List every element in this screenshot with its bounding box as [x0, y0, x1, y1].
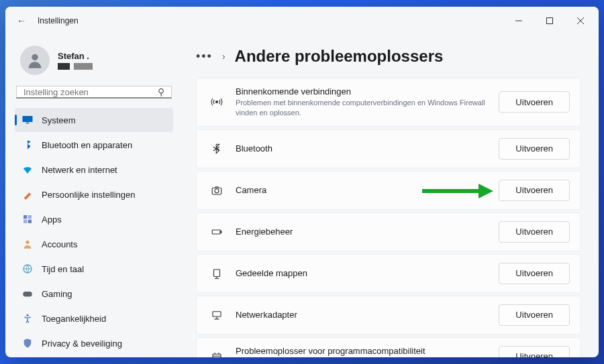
sidebar-item-wifi[interactable]: Netwerk en internet	[15, 158, 173, 182]
row-title: Binnenkomende verbindingen	[236, 86, 499, 97]
sidebar-item-bluetooth[interactable]: Bluetooth en apparaten	[15, 133, 173, 157]
user-profile[interactable]: Stefan .	[15, 42, 173, 86]
svg-point-11	[26, 241, 29, 244]
row-content: Probleemoplosser voor programmacompatibi…	[226, 346, 499, 357]
svg-rect-20	[212, 230, 220, 234]
svg-point-14	[26, 314, 28, 316]
sidebar-item-accessibility[interactable]: Toegankelijkheid	[15, 306, 173, 330]
search-box[interactable]: ⚲	[16, 86, 172, 99]
svg-rect-1	[547, 18, 553, 24]
troubleshooter-row: NetwerkadapterUitvoeren	[196, 296, 581, 335]
connections-icon	[207, 96, 226, 108]
body: Stefan . ⚲ SysteemBluetooth en apparaten…	[5, 35, 599, 357]
sidebar-item-brush[interactable]: Persoonlijke instellingen	[15, 182, 173, 206]
profile-meta	[58, 63, 93, 70]
row-description: Problemen met binnenkomende computerverb…	[236, 98, 499, 118]
row-content: Netwerkadapter	[226, 310, 499, 320]
troubleshooter-row: EnergiebeheerUitvoeren	[196, 213, 581, 251]
row-content: Binnenkomende verbindingenProblemen met …	[226, 86, 499, 118]
troubleshooter-row: Gedeelde mappenUitvoeren	[196, 254, 581, 293]
row-title: Energiebeheer	[236, 227, 499, 237]
compat-icon	[207, 351, 226, 357]
svg-point-15	[216, 101, 218, 103]
profile-info: Stefan .	[58, 51, 93, 70]
svg-rect-6	[26, 123, 30, 124]
svg-rect-5	[23, 116, 33, 122]
run-button[interactable]: Uitvoeren	[499, 304, 570, 326]
sidebar-item-person[interactable]: Accounts	[15, 232, 173, 256]
troubleshooter-row: Probleemoplosser voor programmacompatibi…	[196, 337, 581, 357]
row-title: Gedeelde mappen	[236, 268, 499, 278]
run-button[interactable]: Uitvoeren	[499, 221, 570, 243]
sidebar-item-label: Gaming	[42, 289, 72, 299]
sidebar-item-label: Systeem	[42, 115, 76, 125]
person-icon	[21, 238, 34, 250]
main-content: ••• › Andere probleemoplossers Binnenkom…	[179, 35, 599, 357]
back-button[interactable]: ←	[8, 7, 35, 34]
bluetooth-icon	[21, 139, 34, 151]
sidebar-item-label: Privacy & beveiliging	[42, 339, 122, 349]
window-title: Instellingen	[38, 16, 79, 25]
titlebar: ← Instellingen	[5, 7, 599, 35]
minimize-button[interactable]	[503, 10, 534, 32]
chevron-right-icon: ›	[222, 51, 225, 62]
sidebar-item-label: Accounts	[42, 239, 77, 249]
battery-icon	[207, 226, 226, 238]
shared-icon	[207, 267, 226, 280]
search-input[interactable]	[17, 87, 151, 97]
sidebar-item-globe[interactable]: Tijd en taal	[15, 257, 173, 281]
sidebar-item-monitor[interactable]: Systeem	[15, 108, 173, 132]
row-title: Camera	[236, 185, 499, 195]
row-title: Probleemoplosser voor programmacompatibi…	[236, 346, 499, 356]
sidebar-nav: SysteemBluetooth en apparatenNetwerk en …	[15, 108, 173, 356]
run-button[interactable]: Uitvoeren	[499, 138, 570, 160]
svg-rect-9	[23, 220, 27, 223]
bt-icon	[207, 143, 226, 155]
window-controls	[503, 10, 596, 32]
svg-point-17	[215, 188, 219, 192]
troubleshooter-row: Binnenkomende verbindingenProblemen met …	[196, 78, 581, 127]
row-content: Energiebeheer	[226, 227, 499, 237]
row-content: Gedeelde mappen	[226, 268, 499, 278]
profile-chip	[58, 63, 70, 70]
apps-icon	[21, 213, 34, 225]
svg-point-4	[32, 54, 38, 60]
sidebar-item-label: Toegankelijkheid	[42, 314, 106, 324]
wifi-icon	[21, 164, 34, 176]
breadcrumb: ••• › Andere probleemoplossers	[196, 47, 581, 66]
profile-name: Stefan .	[58, 51, 93, 61]
breadcrumb-more-icon[interactable]: •••	[196, 50, 213, 64]
globe-icon	[21, 263, 34, 275]
svg-rect-8	[28, 215, 32, 219]
svg-rect-21	[220, 231, 221, 233]
search-icon: ⚲	[151, 86, 171, 97]
monitor-icon	[21, 114, 34, 126]
shield-icon	[21, 337, 34, 349]
run-button[interactable]: Uitvoeren	[499, 263, 570, 284]
sidebar-item-label: Bluetooth en apparaten	[42, 140, 132, 150]
maximize-button[interactable]	[534, 10, 565, 32]
svg-rect-22	[214, 269, 220, 277]
sidebar-item-gaming[interactable]: Gaming	[15, 282, 173, 306]
sidebar-item-label: Netwerk en internet	[42, 165, 117, 175]
svg-rect-13	[23, 292, 32, 297]
svg-rect-10	[28, 220, 32, 223]
close-button[interactable]	[565, 10, 596, 32]
run-button[interactable]: Uitvoeren	[499, 91, 570, 113]
settings-window: ← Instellingen Stefan .	[5, 7, 599, 357]
sidebar-item-shield[interactable]: Privacy & beveiliging	[15, 331, 173, 355]
accessibility-icon	[21, 312, 34, 324]
run-button[interactable]: Uitvoeren	[499, 346, 570, 357]
sidebar-item-label: Tijd en taal	[42, 264, 84, 274]
troubleshooter-list: Binnenkomende verbindingenProblemen met …	[196, 78, 581, 357]
svg-rect-7	[23, 215, 27, 219]
sidebar-item-apps[interactable]: Apps	[15, 207, 173, 231]
network-icon	[207, 309, 226, 321]
row-title: Bluetooth	[236, 143, 499, 154]
row-title: Netwerkadapter	[236, 310, 499, 320]
profile-chip	[74, 63, 93, 70]
sidebar: Stefan . ⚲ SysteemBluetooth en apparaten…	[5, 35, 179, 357]
run-button[interactable]: Uitvoeren	[499, 180, 570, 201]
troubleshooter-row: BluetoothUitvoeren	[196, 129, 581, 168]
page-title: Andere probleemoplossers	[235, 47, 444, 66]
